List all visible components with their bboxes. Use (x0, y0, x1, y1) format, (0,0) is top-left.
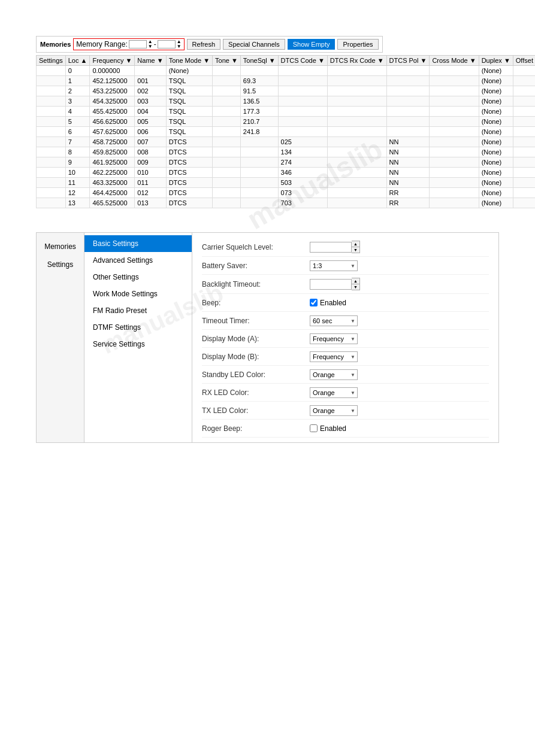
table-header-name▼: Name ▼ (135, 56, 166, 66)
table-row[interactable]: 3454.325000003TSQL136.5(None)FMHigh (37, 96, 536, 107)
table-row[interactable]: 6457.625000006TSQL241.8(None)FMHigh (37, 127, 536, 137)
cell-tonesql: 210.7 (240, 117, 278, 127)
menu-item-work-mode-settings[interactable]: Work Mode Settings (84, 286, 192, 302)
cell-dtcs_rx_code (327, 86, 386, 96)
tx-led-row: TX LED Color: Orange Off Blue Purple (202, 402, 489, 420)
table-row[interactable]: 7458.725000007DTCS025NN(None)FMHigh (37, 137, 536, 147)
sidebar-item-settings[interactable]: Settings (37, 256, 84, 274)
cell-duplex: (None) (479, 127, 513, 137)
properties-button[interactable]: Properties (337, 39, 378, 50)
cell-tone (213, 76, 241, 86)
tx-led-select[interactable]: Orange Off Blue Purple (310, 405, 358, 416)
cell-tonesql (240, 147, 278, 157)
cell-dtcs_code: 134 (278, 147, 327, 157)
sidebar-item-memories[interactable]: Memories (37, 238, 84, 256)
memory-range-spinner[interactable]: ▲ ▼ (148, 40, 153, 49)
carrier-squelch-spinbtns[interactable]: ▲ ▼ (352, 241, 360, 253)
cell-loc: 7 (65, 137, 90, 147)
cell-duplex: (None) (479, 76, 513, 86)
cell-loc: 0 (65, 66, 90, 76)
cell-offset (513, 157, 535, 168)
standby-led-select[interactable]: Orange Off Blue Purple (310, 369, 358, 380)
memory-range-spinner-2[interactable]: ▲ ▼ (177, 40, 182, 49)
table-row[interactable]: 00.000000(None)(None)FM (37, 66, 536, 76)
cell-frequency: 461.925000 (90, 157, 135, 168)
cell-name: 005 (135, 117, 166, 127)
backlight-timeout-up[interactable]: ▲ (352, 278, 359, 284)
cell-offset (513, 117, 535, 127)
display-mode-b-select[interactable]: Frequency Channel Name (310, 351, 358, 362)
special-channels-button[interactable]: Special Channels (223, 39, 285, 50)
memory-range-input[interactable] (129, 40, 147, 48)
rx-led-row: RX LED Color: Orange Off Blue Purple (202, 384, 489, 402)
cell-name: 013 (135, 198, 166, 208)
cell-dtcs_code (278, 76, 327, 86)
table-row[interactable]: 9461.925000009DTCS274NN(None)FMHigh (37, 157, 536, 168)
table-row[interactable]: 13465.525000013DTCS703RR(None)FMHigh (37, 198, 536, 208)
refresh-button[interactable]: Refresh (187, 39, 221, 50)
top-section: Memories Memory Range: ▲ ▼ - ▲ ▼ Refresh… (36, 36, 499, 208)
menu-item-advanced-settings[interactable]: Advanced Settings (84, 252, 192, 269)
cell-duplex: (None) (479, 147, 513, 157)
cell-tonesql: 91.5 (240, 86, 278, 96)
cell-loc: 11 (65, 178, 90, 188)
menu-item-dtmf-settings[interactable]: DTMF Settings (84, 319, 192, 336)
rx-led-select[interactable]: Orange Off Blue Purple (310, 387, 358, 398)
table-row[interactable]: 4455.425000004TSQL177.3(None)FMHigh (37, 107, 536, 117)
cell-name: 001 (135, 76, 166, 86)
memory-range-input-2[interactable] (158, 40, 176, 48)
menu-item-basic-settings[interactable]: Basic Settings (84, 235, 192, 252)
table-row[interactable]: 8459.825000008DTCS134NN(None)FMHigh (37, 147, 536, 157)
table-row[interactable]: 1452.125000001TSQL69.3(None)FMHigh (37, 76, 536, 86)
table-row[interactable]: 5456.625000005TSQL210.7(None)FMHigh (37, 117, 536, 127)
roger-beep-row: Roger Beep: Enabled (202, 420, 489, 438)
cell-cross_mode (430, 96, 479, 107)
carrier-squelch-up[interactable]: ▲ (352, 241, 359, 247)
beep-checkbox-label[interactable]: Enabled (310, 299, 346, 307)
cell-frequency: 456.625000 (90, 117, 135, 127)
cell-tone_mode: DTCS (166, 168, 212, 178)
timeout-timer-select[interactable]: 60 sec Off 30 sec 90 sec 120 sec (310, 315, 358, 326)
beep-row: Beep: Enabled (202, 294, 489, 312)
cell-settings (37, 137, 66, 147)
backlight-timeout-spinbtns[interactable]: ▲ ▼ (352, 278, 360, 290)
range-dash: - (154, 40, 156, 48)
carrier-squelch-down[interactable]: ▼ (352, 247, 359, 253)
table-header-tonesql▼: ToneSql ▼ (240, 56, 278, 66)
cell-tone_mode: TSQL (166, 127, 212, 137)
tx-led-control: Orange Off Blue Purple (310, 405, 358, 416)
carrier-squelch-input[interactable] (310, 242, 352, 253)
timeout-timer-control: 60 sec Off 30 sec 90 sec 120 sec (310, 315, 358, 326)
cell-tonesql (240, 198, 278, 208)
cell-tone_mode: TSQL (166, 86, 212, 96)
settings-content: Carrier Squelch Level: ▲ ▼ Battery Saver… (192, 233, 498, 442)
battery-saver-select[interactable]: 1:3 Off 1:1 1:2 1:4 (310, 260, 358, 271)
table-row[interactable]: 2453.225000002TSQL91.5(None)FMHigh (37, 86, 536, 96)
cell-duplex: (None) (479, 188, 513, 198)
backlight-timeout-input[interactable] (310, 279, 352, 290)
table-row[interactable]: 10462.225000010DTCS346NN(None)FMHigh (37, 168, 536, 178)
memory-range-label: Memory Range: (76, 40, 127, 48)
cell-tone (213, 117, 241, 127)
roger-beep-checkbox[interactable] (310, 424, 318, 432)
menu-item-fm-radio-preset[interactable]: FM Radio Preset (84, 302, 192, 319)
cell-dtcs_pol: NN (386, 137, 430, 147)
table-row[interactable]: 12464.425000012DTCS073RR(None)FMHigh (37, 188, 536, 198)
battery-saver-label: Battery Saver: (202, 262, 310, 270)
backlight-timeout-down[interactable]: ▼ (352, 284, 359, 290)
display-mode-a-select-wrapper: Frequency Channel Name (310, 333, 358, 344)
standby-led-label: Standby LED Color: (202, 371, 310, 379)
cell-duplex: (None) (479, 168, 513, 178)
show-empty-button[interactable]: Show Empty (288, 39, 335, 50)
table-row[interactable]: 11463.325000011DTCS503NN(None)FMHigh (37, 178, 536, 188)
tx-led-select-wrapper: Orange Off Blue Purple (310, 405, 358, 416)
beep-label: Beep: (202, 299, 310, 307)
menu-item-other-settings[interactable]: Other Settings (84, 269, 192, 286)
menu-item-service-settings[interactable]: Service Settings (84, 336, 192, 353)
roger-beep-checkbox-label[interactable]: Enabled (310, 424, 346, 433)
cell-loc: 10 (65, 168, 90, 178)
rx-led-label: RX LED Color: (202, 388, 310, 397)
display-mode-a-select[interactable]: Frequency Channel Name (310, 333, 358, 344)
beep-checkbox[interactable] (310, 299, 318, 306)
table-header-duplex▼: Duplex ▼ (479, 56, 513, 66)
